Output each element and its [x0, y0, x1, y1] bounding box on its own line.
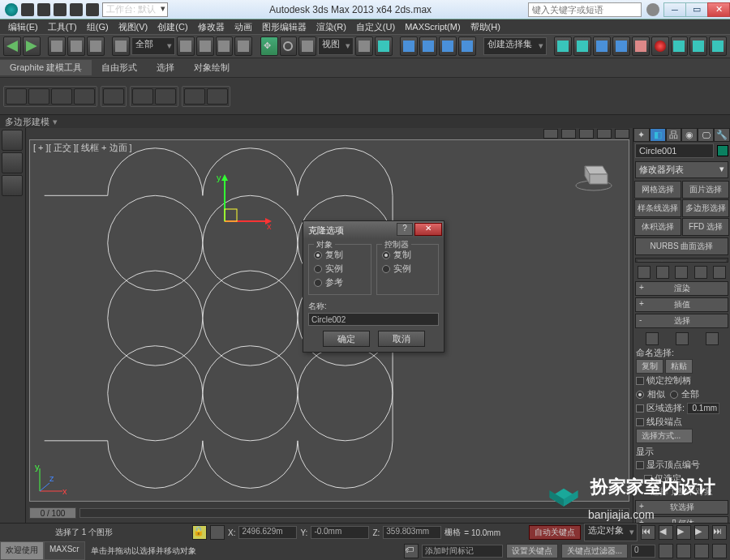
cmd-tab-modify[interactable]: ◧	[650, 128, 666, 142]
nav-max-icon[interactable]	[712, 544, 727, 558]
ribbon-btn-5[interactable]	[103, 88, 124, 105]
rollout-softsel[interactable]: 软选择	[635, 500, 728, 515]
link-button[interactable]	[48, 36, 66, 56]
stack-unique-icon[interactable]	[675, 266, 688, 279]
vp-misc-icon[interactable]	[615, 129, 629, 139]
qat-new-icon[interactable]	[21, 3, 34, 16]
curve-editor-button[interactable]	[612, 36, 630, 56]
ribbon-btn-4[interactable]	[74, 88, 95, 105]
subobj-segment-icon[interactable]	[676, 332, 689, 345]
sel-poly-button[interactable]: 多边形选择	[682, 199, 729, 217]
maximize-button[interactable]: ▭	[685, 2, 708, 17]
dialog-titlebar[interactable]: 克隆选项 ? ✕	[303, 221, 444, 239]
nav-orbit-icon[interactable]	[694, 544, 709, 558]
unlink-button[interactable]	[67, 36, 85, 56]
snap-button[interactable]	[400, 36, 418, 56]
ribbon-tab-objectpaint[interactable]: 对象绘制	[184, 60, 239, 75]
select-name-button[interactable]	[196, 36, 214, 56]
schematic-button[interactable]	[632, 36, 650, 56]
show-vnum-check[interactable]	[636, 461, 644, 469]
lt-2[interactable]	[2, 152, 23, 173]
manip-button[interactable]	[375, 36, 393, 56]
redo-button[interactable]	[23, 36, 41, 56]
window-crossing-button[interactable]	[234, 36, 252, 56]
select-object-button[interactable]	[177, 36, 195, 56]
play-end-icon[interactable]: ⏭	[712, 525, 727, 540]
stack-pin-icon[interactable]	[638, 266, 651, 279]
close-button[interactable]: ✕	[707, 2, 730, 17]
object-name-field[interactable]: Circle001	[635, 143, 714, 158]
area-sel-spinner[interactable]: 0.1mm	[687, 403, 719, 414]
keyfilter-button[interactable]: 关键点过滤器...	[561, 544, 628, 558]
coord-x[interactable]: 2496.629m	[238, 526, 297, 539]
play-icon[interactable]: ▶	[676, 525, 691, 540]
ribbon-tab-graphite[interactable]: Graphite 建模工具	[0, 60, 92, 75]
spinner-snap-button[interactable]	[458, 36, 476, 56]
render-frame-button[interactable]	[689, 36, 707, 56]
coord-sys-icon[interactable]	[210, 525, 225, 540]
mat-editor-button[interactable]	[651, 36, 669, 56]
selection-filter-combo[interactable]: 全部	[131, 37, 175, 55]
ctrl-copy-radio[interactable]	[382, 251, 390, 259]
layers-button[interactable]	[593, 36, 611, 56]
paste-sel-button[interactable]: 粘贴	[665, 359, 693, 374]
sel-only-check[interactable]	[644, 475, 652, 483]
area-sel-check[interactable]	[636, 404, 644, 413]
vp-shade-icon[interactable]	[561, 129, 576, 139]
bind-button[interactable]	[87, 36, 105, 56]
transform-gizmo[interactable]: x y	[208, 173, 273, 237]
menu-rendering[interactable]: 渲染(R)	[311, 21, 351, 33]
named-sel-combo[interactable]: 创建选择集	[483, 37, 547, 55]
clone-name-input[interactable]	[308, 313, 439, 326]
ctrl-instance-radio[interactable]	[382, 265, 390, 273]
coord-y[interactable]: -0.0mm	[311, 526, 369, 539]
stack-show-icon[interactable]	[656, 266, 669, 279]
angle-snap-button[interactable]	[419, 36, 437, 56]
sel-ffd-button[interactable]: FFD 选择	[682, 218, 729, 236]
obj-instance-radio[interactable]	[314, 265, 322, 273]
help-search[interactable]	[528, 2, 642, 17]
qat-undo-icon[interactable]	[70, 3, 83, 16]
stack-remove-icon[interactable]	[694, 266, 707, 279]
ribbon-btn-9[interactable]	[207, 88, 228, 105]
ribbon-tab-freeform[interactable]: 自由形式	[92, 60, 147, 75]
menu-animation[interactable]: 动画	[230, 21, 257, 33]
ribbon-btn-7[interactable]	[155, 88, 176, 105]
play-next-icon[interactable]: ▶	[694, 525, 709, 540]
select-by-button[interactable]: 选择方式...	[636, 429, 693, 443]
scale-button[interactable]	[298, 36, 316, 56]
move-button[interactable]: ✥	[260, 36, 278, 56]
ribbon-section-label[interactable]: 多边形建模	[0, 115, 730, 128]
obj-reference-radio[interactable]	[314, 279, 322, 287]
ribbon-btn-1[interactable]	[6, 88, 27, 105]
cmd-tab-hierarchy[interactable]: 品	[666, 128, 682, 142]
sel-vol-button[interactable]: 体积选择	[634, 218, 681, 236]
lock-handles-check[interactable]	[636, 377, 644, 385]
menu-tools[interactable]: 工具(T)	[43, 21, 82, 33]
vp-layout-icon[interactable]	[543, 129, 558, 139]
ribbon-btn-8[interactable]	[184, 88, 205, 105]
select-region-button[interactable]	[216, 36, 234, 56]
menu-views[interactable]: 视图(V)	[114, 21, 153, 33]
object-color-swatch[interactable]	[717, 145, 728, 156]
stack-config-icon[interactable]	[713, 266, 726, 279]
cmd-tab-motion[interactable]: ◉	[681, 128, 698, 142]
radio-all[interactable]	[670, 391, 678, 399]
obj-copy-radio[interactable]	[314, 251, 322, 259]
workspace-combo[interactable]: 工作台: 默认	[102, 2, 168, 17]
app-icon[interactable]	[5, 3, 18, 16]
modifier-stack[interactable]: ⊟ 可编辑样条线 ├ 顶点 ├ 线段 └ 样条线	[635, 258, 728, 263]
subobj-vertex-icon[interactable]	[646, 332, 659, 345]
rollout-render[interactable]: 渲染	[635, 281, 728, 296]
menu-grapheditors[interactable]: 图形编辑器	[257, 21, 311, 33]
mirror-button[interactable]	[554, 36, 572, 56]
sel-nurbs-button[interactable]: NURBS 曲面选择	[635, 237, 728, 255]
sel-patch-button[interactable]: 面片选择	[682, 181, 729, 199]
lt-1[interactable]	[2, 130, 23, 151]
minimize-button[interactable]: ─	[663, 2, 686, 17]
setkey-button[interactable]: 设置关键点	[506, 544, 558, 558]
menu-customize[interactable]: 自定义(U)	[351, 21, 400, 33]
menu-maxscript[interactable]: MAXScript(M)	[400, 22, 465, 32]
menu-create[interactable]: 创建(C)	[152, 21, 192, 33]
nav-pan-icon[interactable]	[659, 544, 673, 558]
